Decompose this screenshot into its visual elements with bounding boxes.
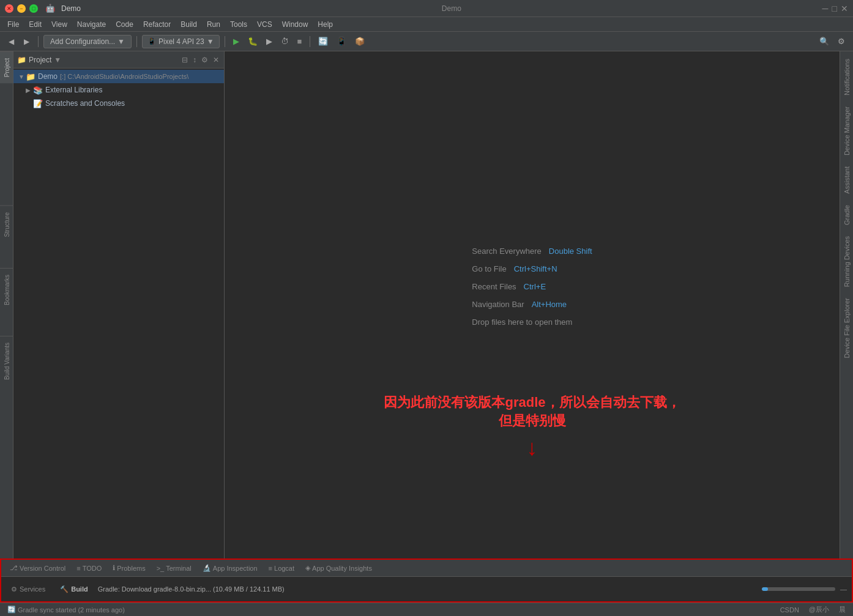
collapse-all-icon[interactable]: ⊟ <box>181 55 189 65</box>
vtab-structure[interactable]: Structure <box>0 206 13 243</box>
btab-terminal[interactable]: >_ Terminal <box>152 563 196 574</box>
rtab-device-manager[interactable]: Device Manager <box>841 102 852 160</box>
run-button[interactable]: ▶ <box>230 35 242 48</box>
maximize-button[interactable]: □ <box>29 4 38 13</box>
progress-bar-container <box>762 587 835 591</box>
restore-icon[interactable]: □ <box>832 4 837 13</box>
hint-goto-key[interactable]: Ctrl+Shift+N <box>514 264 557 273</box>
tree-item-demo[interactable]: ▼ 📁 Demo [:] C:\AndroidStudio\AndroidStu… <box>13 70 224 83</box>
hint-nav-key[interactable]: Alt+Home <box>532 300 567 309</box>
settings-project-icon[interactable]: ⚙ <box>200 55 209 65</box>
cancel-build-icon[interactable]: — <box>840 585 847 593</box>
tree-arrow-ext-libs: ▶ <box>26 87 33 94</box>
build-tab-button[interactable]: 🔨 Build <box>55 584 93 595</box>
btab-app-quality-insights[interactable]: ◈ App Quality Insights <box>300 562 377 574</box>
menu-navigate[interactable]: Navigate <box>72 19 111 30</box>
name-label: 晨 <box>839 605 846 614</box>
tree-arrow-demo: ▼ <box>18 73 26 80</box>
menu-refactor[interactable]: Refactor <box>138 19 176 30</box>
build-label: Build <box>71 585 88 593</box>
close-icon[interactable]: ✕ <box>841 4 848 13</box>
services-icon: ⚙ <box>11 585 17 593</box>
project-panel: 📁 Project ▼ ⊟ ↕ ⚙ ✕ ▼ 📁 Demo [:] C:\Andr… <box>13 51 225 558</box>
build-status-text: Gradle: Download gradle-8.0-bin.zip... (… <box>98 585 757 593</box>
hint-search-key[interactable]: Double Shift <box>549 247 592 256</box>
rtab-running-devices[interactable]: Running Devices <box>841 231 852 292</box>
terminal-icon: >_ <box>157 565 165 572</box>
vtab-bookmarks[interactable]: Bookmarks <box>0 268 13 311</box>
hint-goto-label: Go to File <box>472 264 506 273</box>
menu-tools[interactable]: Tools <box>225 19 252 30</box>
status-csdn[interactable]: CSDN <box>778 606 802 614</box>
minimize-button[interactable]: − <box>17 4 26 13</box>
aqi-icon: ◈ <box>305 564 310 572</box>
menu-help[interactable]: Help <box>313 19 338 30</box>
settings-icon[interactable]: ⚙ <box>835 35 848 48</box>
vtab-project[interactable]: Project <box>0 51 13 83</box>
hint-recent-key[interactable]: Ctrl+E <box>524 282 546 291</box>
search-everywhere-icon[interactable]: 🔍 <box>816 35 832 48</box>
device-selector[interactable]: 📱 Pixel 4 API 23 ▼ <box>142 35 220 48</box>
menu-run[interactable]: Run <box>202 19 225 30</box>
close-button[interactable]: ✕ <box>5 4 13 13</box>
project-dropdown-icon[interactable]: ▼ <box>54 56 61 64</box>
debug-button[interactable]: 🐛 <box>245 35 261 48</box>
menu-bar: File Edit View Navigate Code Refactor Bu… <box>0 17 853 32</box>
menu-code[interactable]: Code <box>111 19 138 30</box>
toolbar-back[interactable]: ◀ <box>5 36 18 47</box>
tree-label-ext-libs: External Libraries <box>45 86 102 94</box>
project-tree: ▼ 📁 Demo [:] C:\AndroidStudio\AndroidStu… <box>13 69 224 558</box>
hint-drop-label: Drop files here to open them <box>472 317 572 327</box>
gradle-sync-text: Gradle sync started (2 minutes ago) <box>18 606 125 614</box>
status-gradle-sync[interactable]: 🔄 Gradle sync started (2 minutes ago) <box>5 606 127 614</box>
sort-icon[interactable]: ↕ <box>192 55 198 65</box>
btab-todo[interactable]: ≡ TODO <box>72 563 106 574</box>
device-chevron: ▼ <box>207 37 214 46</box>
rtab-gradle[interactable]: Gradle <box>841 200 852 230</box>
menu-view[interactable]: View <box>47 19 72 30</box>
menu-file[interactable]: File <box>2 19 24 30</box>
menu-window[interactable]: Window <box>277 19 313 30</box>
main-body: Project Structure Bookmarks Build Varian… <box>0 51 853 558</box>
rtab-assistant[interactable]: Assistant <box>841 161 852 199</box>
rtab-notifications[interactable]: Notifications <box>841 54 852 100</box>
btab-app-inspection[interactable]: 🔬 App Inspection <box>198 562 263 574</box>
annotation-arrow: ↓ <box>378 435 686 461</box>
rtab-device-file-explorer[interactable]: Device File Explorer <box>841 293 852 363</box>
tree-item-scratches[interactable]: ▶ 📝 Scratches and Consoles <box>13 97 224 110</box>
project-label: Project <box>29 56 51 64</box>
menu-build[interactable]: Build <box>176 19 202 30</box>
status-right-items: CSDN @辰小 晨 <box>778 605 848 614</box>
editor-hints: Search Everywhere Double Shift Go to Fil… <box>472 247 592 327</box>
build-icon: 🔨 <box>60 585 69 593</box>
close-panel-icon[interactable]: ✕ <box>212 55 220 65</box>
status-name[interactable]: 晨 <box>836 605 848 614</box>
btab-version-control[interactable]: ⎇ Version Control <box>5 562 70 574</box>
menu-vcs[interactable]: VCS <box>252 19 277 30</box>
menu-edit[interactable]: Edit <box>24 19 47 30</box>
status-user[interactable]: @辰小 <box>806 605 832 614</box>
services-tab-button[interactable]: ⚙ Services <box>6 584 50 595</box>
vtab-build-variants[interactable]: Build Variants <box>0 336 13 386</box>
btab-problems[interactable]: ℹ Problems <box>108 562 150 574</box>
run-with-coverage[interactable]: ▶ <box>263 35 275 48</box>
btab-logcat[interactable]: ≡ Logcat <box>264 563 299 574</box>
tree-label-scratches: Scratches and Consoles <box>45 99 125 108</box>
tree-label-demo: Demo <box>38 72 58 81</box>
minimize-icon[interactable]: ─ <box>822 4 829 13</box>
toolbar-forward[interactable]: ▶ <box>20 36 33 47</box>
vc-label: Version Control <box>20 565 65 572</box>
hint-nav-label: Navigation Bar <box>472 300 524 309</box>
avd-manager[interactable]: 📱 <box>333 35 349 48</box>
app-title: Demo <box>61 4 81 13</box>
sync-button[interactable]: 🔄 <box>315 35 331 48</box>
profile-button[interactable]: ⏱ <box>278 35 292 48</box>
bottom-panel: ⎇ Version Control ≡ TODO ℹ Problems >_ T… <box>0 558 853 603</box>
tree-item-external-libs[interactable]: ▶ 📚 External Libraries <box>13 83 224 97</box>
problems-icon: ℹ <box>113 564 115 572</box>
sdk-manager[interactable]: 📦 <box>352 35 368 48</box>
add-configuration-button[interactable]: Add Configuration... ▼ <box>43 35 132 48</box>
stop-button[interactable]: ■ <box>294 35 305 48</box>
annotation-text: 因为此前没有该版本gradle，所以会自动去下载，但是特别慢 <box>378 393 686 430</box>
bottom-tabs: ⎇ Version Control ≡ TODO ℹ Problems >_ T… <box>1 560 852 577</box>
